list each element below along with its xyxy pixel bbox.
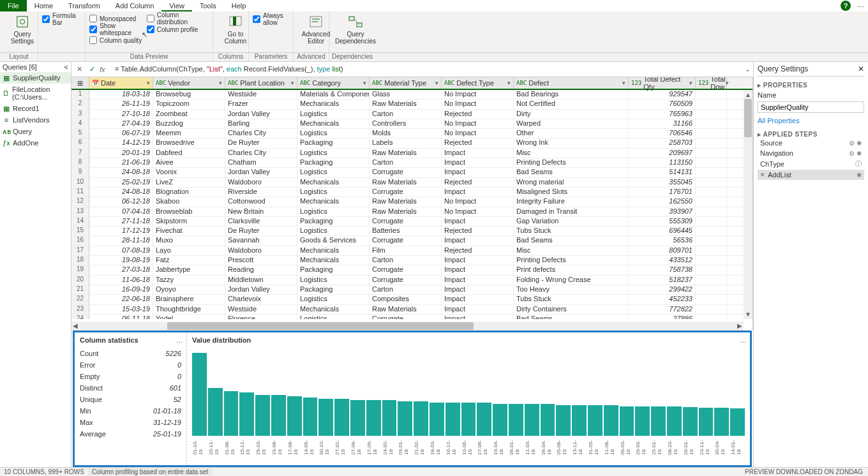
menu-home[interactable]: Home — [27, 0, 61, 11]
menu-transform[interactable]: Transform — [61, 0, 108, 11]
filter-icon[interactable]: ▾ — [689, 80, 692, 86]
filter-icon[interactable]: ▾ — [147, 80, 150, 86]
table-row[interactable]: 327-10-18ZoombeatJordan ValleyLogisticsC… — [71, 110, 752, 119]
query-name-input[interactable] — [758, 101, 864, 113]
table-row[interactable]: 1819-08-19FatzPrescottMechanicalsCartonI… — [71, 256, 752, 265]
query-item[interactable]: ≡ListVendors — [0, 114, 71, 126]
table-row[interactable]: 1628-11-18MuxoSavannahGoods & ServicesCo… — [71, 236, 752, 246]
column-profile-check[interactable]: Column profile — [147, 24, 209, 34]
show-whitespace-check[interactable]: Show whitespace — [89, 24, 146, 34]
bar[interactable] — [572, 405, 587, 436]
vertical-scrollbar[interactable]: ▲ ▼ — [744, 90, 752, 319]
step-info-icon[interactable]: ⓘ — [855, 160, 862, 168]
column-header[interactable]: ABCVendor▾ — [153, 77, 225, 89]
delete-step-icon[interactable]: ✕ — [760, 172, 765, 178]
bar[interactable] — [318, 399, 333, 436]
bar[interactable] — [714, 408, 729, 436]
always-allow-check[interactable]: Always allow — [253, 14, 289, 24]
accept-icon[interactable]: ✓ — [87, 65, 97, 73]
bar[interactable] — [635, 406, 650, 436]
scroll-left-icon[interactable]: ◀ — [73, 322, 78, 329]
query-item[interactable]: ▦Record1 — [0, 103, 71, 114]
column-header[interactable]: ABCDefect▾ — [514, 77, 629, 89]
bar[interactable] — [588, 405, 602, 436]
bar[interactable] — [398, 401, 412, 436]
column-header[interactable]: ABCMaterial Type▾ — [370, 77, 442, 89]
close-settings-icon[interactable]: ✕ — [858, 64, 864, 73]
bar[interactable] — [382, 400, 397, 436]
menu-view[interactable]: View — [161, 0, 192, 11]
table-row[interactable]: 506-07-19MeemmCharles CityLogisticsMolds… — [71, 129, 752, 138]
table-row[interactable]: 1124-08-18BlognationRiversideLogisticsCo… — [71, 188, 752, 197]
bar[interactable] — [461, 403, 476, 436]
filter-icon[interactable]: ▾ — [622, 80, 625, 86]
table-row[interactable]: 2011-06-18TazzyMiddletownLogisticsCorrug… — [71, 276, 752, 285]
bar[interactable] — [556, 405, 571, 436]
bar[interactable] — [525, 404, 539, 436]
bar[interactable] — [667, 406, 682, 436]
bar[interactable] — [366, 400, 381, 436]
table-row[interactable]: 2315-03-19ThoughtbridgeWestsideMechanica… — [71, 305, 752, 315]
bar[interactable] — [477, 403, 491, 436]
stats-more-icon[interactable]: ... — [177, 336, 183, 344]
table-row[interactable]: 2406-11-18YodelFlorenceLogisticsCorrugat… — [71, 315, 752, 319]
table-row[interactable]: 2222-06-18BrainsphereCharlevoixLogistics… — [71, 295, 752, 304]
all-properties-link[interactable]: All Properties — [758, 117, 864, 124]
column-distribution-check[interactable]: Column distribution — [147, 13, 209, 24]
query-item[interactable]: ▦SupplierQuality — [0, 72, 71, 84]
status-mid[interactable]: Column profiling based on entire data se… — [88, 468, 212, 475]
step-settings-icon[interactable]: ⚙ ✱ — [849, 140, 862, 147]
table-row[interactable]: 1927-03-18JabbertypeReadingPackagingCorr… — [71, 265, 752, 275]
properties-section[interactable]: PROPERTIES — [758, 82, 864, 89]
bar[interactable] — [287, 396, 302, 436]
column-header[interactable]: 📅Date▾ — [89, 77, 153, 89]
column-header[interactable]: ABCPlant Location▾ — [225, 77, 297, 89]
step-star-icon[interactable]: ✱ — [857, 172, 862, 179]
table-row[interactable]: 1707-08-19LayoWaldoboroMechanicalsFilmRe… — [71, 246, 752, 256]
bar[interactable] — [699, 408, 714, 436]
bar[interactable] — [414, 401, 428, 436]
bar[interactable] — [493, 404, 507, 436]
table-row[interactable]: 1427-11-18SkipstormClarksvillePackagingC… — [71, 217, 752, 227]
dropdown-icon[interactable]: ⌄ — [745, 65, 751, 73]
scroll-right-icon[interactable]: ▶ — [737, 322, 742, 329]
column-header[interactable]: 123Total Dow▾ — [696, 77, 727, 89]
bar[interactable] — [271, 395, 286, 436]
table-row[interactable]: 427-04-19BuzzdogBarlingMechanicalsContro… — [71, 119, 752, 129]
bar[interactable] — [430, 403, 444, 436]
fx-icon[interactable]: fx — [100, 66, 112, 73]
bar[interactable] — [239, 392, 254, 436]
column-quality-check[interactable]: Column quality — [89, 35, 146, 45]
formula-input[interactable]: = Table.AddColumn(ChType, "List", each R… — [115, 65, 742, 73]
table-row[interactable]: 2116-09-19OyoyoJordan ValleyPackagingCar… — [71, 285, 752, 295]
filter-icon[interactable]: ▾ — [291, 80, 294, 86]
bar[interactable] — [509, 404, 523, 436]
dist-more-icon[interactable]: ... — [740, 336, 746, 344]
table-row[interactable]: 1517-12-19FivechatDe RuyterLogisticsBatt… — [71, 227, 752, 236]
scroll-down-icon[interactable]: ▼ — [745, 311, 751, 318]
query-item[interactable]: ƒxAddOne — [0, 137, 71, 149]
applied-step[interactable]: ✕AddList✱ — [758, 170, 864, 180]
applied-step[interactable]: ChTypeⓘ — [758, 158, 864, 170]
formula-bar-check[interactable]: Formula Bar — [42, 14, 81, 24]
bar[interactable] — [683, 407, 698, 436]
column-header[interactable]: 123Total Defect Qty▾ — [629, 77, 696, 89]
step-settings-icon[interactable]: ⚙ ✱ — [849, 150, 862, 157]
bar[interactable] — [651, 406, 666, 436]
bar[interactable] — [303, 398, 318, 436]
table-row[interactable]: 226-11-19TopiczoomFrazerMechanicalsRaw M… — [71, 100, 752, 109]
menu-tools[interactable]: Tools — [192, 0, 224, 11]
query-item[interactable]: 🗋FileLocation (C:\Users... — [0, 84, 71, 103]
applied-steps-section[interactable]: APPLIED STEPS — [758, 131, 864, 138]
bar[interactable] — [208, 388, 223, 436]
bar[interactable] — [334, 399, 349, 436]
filter-icon[interactable]: ▾ — [219, 80, 222, 86]
bar[interactable] — [541, 404, 555, 436]
table-row[interactable]: 1025-02-19LiveZWaldoboroMechanicalsRaw M… — [71, 178, 752, 188]
bar[interactable] — [604, 405, 618, 436]
help-icon[interactable]: ? — [841, 1, 851, 11]
bar[interactable] — [445, 403, 460, 436]
filter-icon[interactable]: ▾ — [435, 80, 438, 86]
minimize-icon[interactable]: — — [857, 2, 864, 10]
filter-icon[interactable]: ▾ — [726, 80, 729, 86]
